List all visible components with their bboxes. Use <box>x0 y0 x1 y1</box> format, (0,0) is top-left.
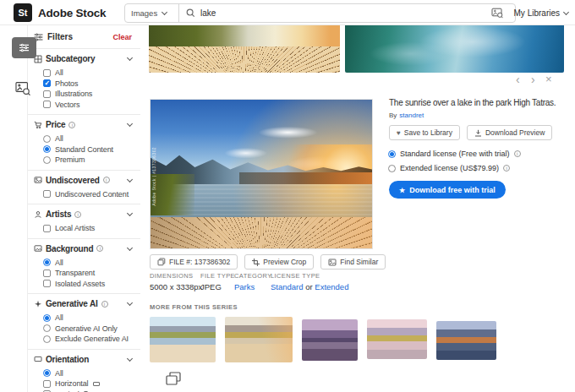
info-icon[interactable] <box>96 245 103 252</box>
info-icon[interactable] <box>103 177 110 183</box>
close-icon[interactable]: × <box>545 74 552 85</box>
filter-option[interactable]: All <box>34 368 132 379</box>
filter-section-header[interactable]: Undiscovered <box>34 175 132 186</box>
series-thumbnail[interactable] <box>225 317 293 362</box>
filter-option[interactable]: All <box>34 133 132 144</box>
filter-option-label: Illustrations <box>55 90 92 98</box>
radio-selected-icon[interactable] <box>43 259 51 266</box>
standard-license-link[interactable]: Standard <box>271 282 304 291</box>
checkbox-icon[interactable] <box>43 380 51 388</box>
info-icon[interactable] <box>74 211 81 218</box>
filter-option[interactable]: Undiscovered Content <box>34 189 132 200</box>
filter-option[interactable]: All <box>34 68 132 79</box>
info-icon[interactable] <box>68 122 75 128</box>
filter-section-header[interactable]: Price <box>34 119 132 130</box>
checkbox-icon[interactable] <box>43 270 51 277</box>
filter-section-title: Background <box>46 244 93 253</box>
filter-option[interactable]: All <box>34 313 132 324</box>
download-preview-button[interactable]: Download Preview <box>467 125 552 140</box>
search-by-image-button[interactable] <box>15 81 31 96</box>
filters-sliders-icon <box>19 43 30 52</box>
filter-option[interactable]: Vectors <box>34 100 132 111</box>
radio-icon[interactable] <box>43 335 51 343</box>
filter-option[interactable]: All <box>34 258 132 269</box>
filter-option[interactable]: Horizontal <box>34 378 132 389</box>
stack-icon[interactable] <box>166 372 181 385</box>
checkbox-icon[interactable] <box>43 190 51 198</box>
filter-option[interactable]: Exclude Generative AI <box>34 334 132 345</box>
filter-section-header[interactable]: Background <box>34 243 132 254</box>
toggle-filters-button[interactable] <box>12 37 36 58</box>
radio-selected-icon[interactable] <box>388 150 396 158</box>
filter-section-header[interactable]: Subcategory <box>34 53 132 64</box>
filter-section-header[interactable]: Generative AI <box>34 298 132 309</box>
radio-icon[interactable] <box>43 156 51 164</box>
sparkle-icon <box>34 300 42 308</box>
filter-option-label: All <box>55 134 63 143</box>
info-icon[interactable] <box>503 165 510 172</box>
filter-section-artists: Artists Local Artists <box>28 204 140 239</box>
adobe-stock-logo[interactable]: St <box>14 3 32 22</box>
filter-option[interactable]: Standard Content <box>34 144 132 155</box>
filter-option[interactable]: Illustrations <box>34 89 132 100</box>
license-option-extended[interactable]: Extended license (US$79.99) <box>388 164 521 172</box>
checkbox-icon[interactable] <box>43 225 51 232</box>
download-free-with-trial-button[interactable]: Download free with trial <box>389 181 506 199</box>
search-input[interactable] <box>200 8 481 18</box>
radio-selected-icon[interactable] <box>43 369 51 377</box>
chevron-down-icon <box>127 355 133 361</box>
checkbox-icon[interactable] <box>43 280 51 287</box>
radio-selected-icon[interactable] <box>43 314 51 322</box>
brand-title[interactable]: Adobe Stock <box>38 7 106 19</box>
category-link[interactable]: Parks <box>234 282 272 291</box>
checkbox-icon[interactable] <box>43 90 51 98</box>
my-libraries-menu[interactable]: My Libraries <box>514 0 568 25</box>
checkbox-icon[interactable] <box>43 101 51 108</box>
series-thumbnail[interactable] <box>150 317 216 362</box>
preview-crop-button[interactable]: Preview Crop <box>244 254 314 270</box>
radio-icon[interactable] <box>388 165 396 172</box>
media-type-dropdown[interactable]: Images <box>125 4 179 22</box>
cart-icon <box>34 121 42 129</box>
file-number-button[interactable]: FILE #: 137386302 <box>150 254 238 270</box>
preview-image[interactable]: Adobe Stock | #137386302 <box>150 99 373 249</box>
filter-section-header[interactable]: Artists <box>34 209 132 220</box>
search-result-thumbnail[interactable] <box>149 25 340 73</box>
filter-option-label: All <box>55 68 63 77</box>
series-thumbnail[interactable] <box>367 319 427 359</box>
checkbox-icon[interactable] <box>43 69 51 77</box>
info-icon[interactable] <box>101 301 108 308</box>
meta-file-type: FILE TYPE JPEG <box>200 272 235 291</box>
filter-option[interactable]: Generative AI Only <box>34 324 132 335</box>
author-link[interactable]: standret <box>399 112 424 119</box>
next-asset-icon[interactable]: › <box>531 74 535 85</box>
extended-license-link[interactable]: Extended <box>315 282 348 291</box>
filter-option[interactable]: Premium <box>34 155 132 166</box>
radio-icon[interactable] <box>43 135 51 143</box>
filter-option[interactable]: Photos <box>34 79 132 90</box>
meta-value: JPEG <box>200 282 235 291</box>
filter-option[interactable]: Transparent <box>34 268 132 279</box>
find-similar-button[interactable]: Find Similar <box>320 254 386 270</box>
info-icon[interactable] <box>514 150 521 157</box>
search-result-thumbnail[interactable] <box>345 25 564 73</box>
filters-header: Filters Clear <box>28 25 140 49</box>
checkbox-checked-icon[interactable] <box>43 79 51 87</box>
filter-option-label: All <box>55 369 63 378</box>
license-option-standard[interactable]: Standard license (Free with trial) <box>388 150 521 158</box>
filter-option[interactable]: Isolated Assets <box>34 279 132 290</box>
chevron-down-icon <box>127 121 133 127</box>
radio-icon[interactable] <box>43 324 51 332</box>
filter-option[interactable]: Vertical <box>34 389 132 392</box>
previous-asset-icon[interactable]: ‹ <box>516 74 520 85</box>
filter-section-title: Generative AI <box>46 299 98 308</box>
save-to-library-button[interactable]: Save to Library <box>389 125 460 140</box>
clear-filters-button[interactable]: Clear <box>112 33 132 41</box>
series-thumbnail[interactable] <box>436 321 496 360</box>
filter-option[interactable]: Local Artists <box>34 223 132 234</box>
radio-selected-icon[interactable] <box>43 145 51 153</box>
filter-section-header[interactable]: Orientation <box>34 354 132 365</box>
series-thumbnail[interactable] <box>302 319 358 361</box>
meta-value: 5000 x 3338px <box>150 282 202 291</box>
visual-search-camera-icon[interactable] <box>486 8 508 19</box>
